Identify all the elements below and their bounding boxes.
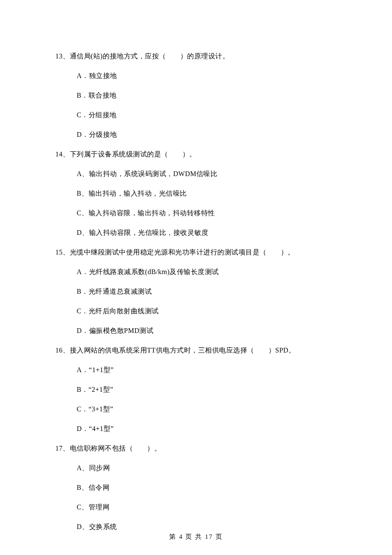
- option-b: B．光纤通道总衰减测试: [77, 286, 337, 297]
- question-13: 13、通信局(站)的接地方式，应按（ ）的原理设计。 A．独立接地 B．联合接地…: [55, 51, 337, 140]
- option-c: C．光纤后向散射曲线测试: [77, 306, 337, 316]
- option-c: C、输入抖动容限，输出抖动，抖动转移特性: [77, 208, 337, 218]
- question-14: 14、下列属于设备系统级测试的是（ ）。 A、输出抖动，系统误码测试，DWDM信…: [55, 149, 337, 238]
- question-stem: 15、光缆中继段测试中使用稳定光源和光功率计进行的测试项目是（ ）。: [55, 247, 337, 257]
- option-c: C．“3+1型”: [77, 404, 337, 414]
- page-container: 13、通信局(站)的接地方式，应按（ ）的原理设计。 A．独立接地 B．联合接地…: [0, 0, 392, 555]
- option-a: A、同步网: [77, 463, 337, 473]
- question-16: 16、接入网站的供电系统采用TT供电方式时，三相供电应选择（ ）SPD。 A．“…: [55, 345, 337, 434]
- option-b: B、信令网: [77, 483, 337, 493]
- option-a: A．光纤线路衰减系数(dB/km)及传输长度测试: [77, 267, 337, 277]
- page-footer: 第 4 页 共 17 页: [0, 532, 392, 542]
- question-15: 15、光缆中继段测试中使用稳定光源和光功率计进行的测试项目是（ ）。 A．光纤线…: [55, 247, 337, 336]
- option-list: A．“1+1型” B．“2+1型” C．“3+1型” D．“4+1型”: [55, 365, 337, 434]
- option-d: D．偏振模色散PMD测试: [77, 326, 337, 336]
- question-stem: 13、通信局(站)的接地方式，应按（ ）的原理设计。: [55, 51, 337, 61]
- option-list: A、输出抖动，系统误码测试，DWDM信噪比 B、输出抖动，输入抖动，光信噪比 C…: [55, 169, 337, 238]
- option-a: A．独立接地: [77, 71, 337, 81]
- question-stem: 14、下列属于设备系统级测试的是（ ）。: [55, 149, 337, 159]
- question-stem: 17、电信职称网不包括（ ）。: [55, 443, 337, 454]
- option-list: A．光纤线路衰减系数(dB/km)及传输长度测试 B．光纤通道总衰减测试 C．光…: [55, 267, 337, 336]
- option-b: B．联合接地: [77, 90, 337, 101]
- question-17: 17、电信职称网不包括（ ）。 A、同步网 B、信令网 C、管理网 D、交换系统: [55, 443, 337, 532]
- option-c: C、管理网: [77, 502, 337, 512]
- question-stem: 16、接入网站的供电系统采用TT供电方式时，三相供电应选择（ ）SPD。: [55, 345, 337, 356]
- option-a: A．“1+1型”: [77, 365, 337, 375]
- option-a: A、输出抖动，系统误码测试，DWDM信噪比: [77, 169, 337, 179]
- option-d: D、输入抖动容限，光信噪比，接收灵敏度: [77, 228, 337, 238]
- option-list: A．独立接地 B．联合接地 C．分组接地 D．分级接地: [55, 71, 337, 140]
- option-d: D．“4+1型”: [77, 424, 337, 434]
- option-d: D．分级接地: [77, 130, 337, 140]
- option-b: B．“2+1型”: [77, 384, 337, 395]
- option-d: D、交换系统: [77, 522, 337, 532]
- option-list: A、同步网 B、信令网 C、管理网 D、交换系统: [55, 463, 337, 532]
- option-c: C．分组接地: [77, 110, 337, 120]
- option-b: B、输出抖动，输入抖动，光信噪比: [77, 188, 337, 199]
